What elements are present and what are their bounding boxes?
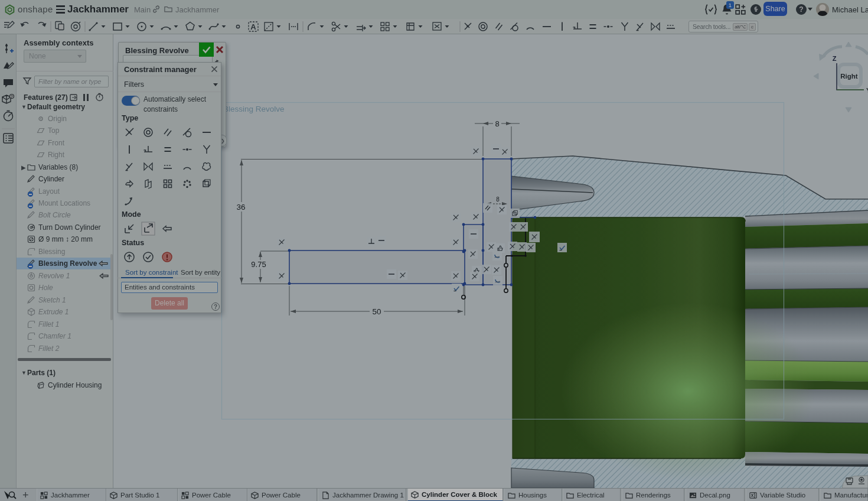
svg-text:?: ? [799,5,803,14]
svg-text:Right: Right [840,73,858,80]
svg-text:Blessing Revolve: Blessing Revolve [223,105,285,113]
svg-text:8: 8 [496,196,500,203]
svg-text:?: ? [11,95,13,99]
svg-text:x): x) [751,492,756,498]
svg-text:50: 50 [372,307,381,316]
svg-text:9.75: 9.75 [251,260,266,269]
svg-text:8: 8 [495,119,499,128]
svg-text:Z: Z [833,55,837,62]
svg-text:A: A [250,22,256,31]
svg-text:36: 36 [236,203,245,212]
